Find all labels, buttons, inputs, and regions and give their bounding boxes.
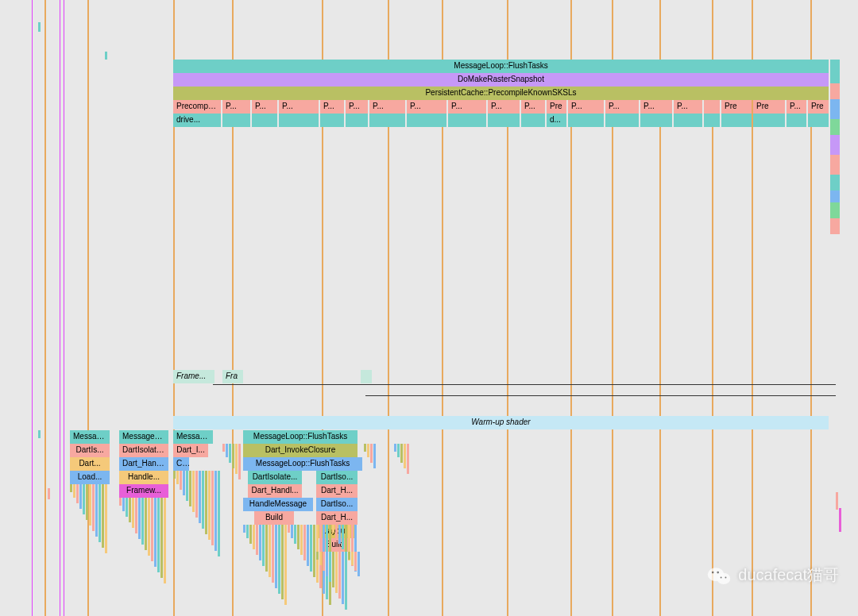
flame-child[interactable] bbox=[76, 484, 79, 503]
flame-child[interactable] bbox=[157, 498, 160, 572]
flame-child[interactable] bbox=[281, 525, 284, 599]
flame-event[interactable]: P... bbox=[674, 100, 702, 114]
flame-child[interactable] bbox=[394, 444, 396, 452]
flame-child[interactable] bbox=[89, 484, 91, 526]
flame-child[interactable] bbox=[235, 444, 238, 474]
flame-child[interactable] bbox=[265, 525, 268, 572]
event-tick[interactable] bbox=[839, 508, 841, 532]
flame-event[interactable]: Co bbox=[173, 457, 189, 471]
flame-child[interactable] bbox=[253, 525, 255, 549]
flame-event[interactable] bbox=[521, 114, 545, 127]
flame-event[interactable] bbox=[222, 114, 250, 127]
flame-child[interactable] bbox=[335, 552, 338, 593]
flame-event[interactable]: DartIsolate... bbox=[248, 471, 302, 484]
flame-child[interactable] bbox=[367, 444, 369, 457]
flame-event[interactable]: Precompil... bbox=[173, 100, 221, 114]
event-tick[interactable] bbox=[105, 52, 107, 60]
flame-child[interactable] bbox=[183, 471, 185, 495]
flame-event[interactable]: Dart_Handl... bbox=[119, 457, 168, 471]
flame-event[interactable]: P... bbox=[488, 100, 520, 114]
flame-event[interactable]: DartIs... bbox=[70, 444, 110, 457]
flame-event[interactable] bbox=[568, 114, 604, 127]
flame-event[interactable]: PersistentCache::PrecompileKnownSKSLs bbox=[173, 87, 829, 100]
flame-child[interactable] bbox=[199, 471, 201, 523]
flame-event[interactable] bbox=[488, 114, 520, 127]
flame-child[interactable] bbox=[232, 444, 234, 468]
flame-child[interactable] bbox=[160, 498, 163, 578]
flame-child[interactable] bbox=[332, 552, 334, 587]
flame-event[interactable]: P... bbox=[369, 100, 405, 114]
flame-event[interactable]: Load... bbox=[70, 471, 110, 484]
flame-child[interactable] bbox=[129, 498, 131, 522]
flame-child[interactable] bbox=[145, 498, 147, 550]
flame-event[interactable]: MessageLoop::FlushTasks bbox=[243, 430, 358, 444]
flame-event[interactable]: Dart_InvokeClosure bbox=[243, 444, 358, 457]
flame-child[interactable] bbox=[99, 484, 101, 542]
flame-event[interactable]: Pre bbox=[721, 100, 752, 114]
flame-child[interactable] bbox=[86, 484, 88, 520]
flame-event[interactable]: HandleMessage bbox=[243, 498, 313, 511]
flame-child[interactable] bbox=[291, 525, 293, 538]
flame-child[interactable] bbox=[275, 525, 277, 588]
flame-child[interactable] bbox=[335, 525, 338, 538]
flame-event[interactable]: MessageLoop::FlushTasks bbox=[243, 457, 362, 471]
flame-child[interactable] bbox=[119, 498, 122, 506]
flame-child[interactable] bbox=[407, 444, 409, 474]
flame-child[interactable] bbox=[259, 525, 261, 560]
flame-event[interactable]: P... bbox=[222, 100, 250, 114]
flame-event[interactable]: P... bbox=[568, 100, 604, 114]
flame-event[interactable]: Dart_Handl... bbox=[248, 484, 302, 498]
flame-child[interactable] bbox=[222, 444, 225, 452]
flame-event[interactable]: Pre bbox=[808, 100, 829, 114]
flame-event[interactable]: DoMakeRasterSnapshot bbox=[173, 73, 829, 87]
flame-child[interactable] bbox=[313, 525, 315, 577]
flame-child[interactable] bbox=[246, 525, 249, 538]
flame-child[interactable] bbox=[132, 498, 134, 528]
flame-child[interactable] bbox=[92, 484, 95, 531]
flame-child[interactable] bbox=[249, 525, 252, 544]
flame-child[interactable] bbox=[342, 552, 344, 604]
flame-child[interactable] bbox=[300, 525, 303, 555]
flame-child[interactable] bbox=[364, 444, 366, 452]
flame-child[interactable] bbox=[70, 484, 72, 492]
flame-child[interactable] bbox=[154, 498, 157, 567]
flame-child[interactable] bbox=[208, 471, 211, 540]
flame-event[interactable] bbox=[640, 114, 672, 127]
flame-child[interactable] bbox=[202, 471, 204, 529]
flame-event[interactable]: P... bbox=[605, 100, 639, 114]
flame-event[interactable]: MessageLoop::FlushTasks bbox=[173, 60, 829, 73]
flame-child[interactable] bbox=[214, 471, 217, 551]
flame-event[interactable]: DartIso... bbox=[316, 498, 358, 511]
flame-child[interactable] bbox=[83, 484, 85, 514]
flame-event[interactable] bbox=[605, 114, 639, 127]
flame-child[interactable] bbox=[269, 525, 271, 577]
flame-child[interactable] bbox=[262, 525, 265, 566]
frame-event[interactable]: Fra bbox=[222, 370, 243, 383]
flame-child[interactable] bbox=[297, 525, 300, 549]
flame-child[interactable] bbox=[307, 525, 309, 566]
flame-event[interactable]: P... bbox=[640, 100, 672, 114]
flame-event[interactable]: P... bbox=[252, 100, 277, 114]
flame-child[interactable] bbox=[358, 552, 360, 576]
flame-child[interactable] bbox=[348, 552, 350, 560]
flame-event[interactable]: MessageLo... bbox=[119, 430, 168, 444]
flame-event[interactable] bbox=[346, 114, 368, 127]
flame-child[interactable] bbox=[338, 525, 341, 544]
event-tick[interactable] bbox=[38, 22, 41, 32]
flame-event[interactable] bbox=[674, 114, 702, 127]
flame-event[interactable] bbox=[704, 114, 720, 127]
flame-child[interactable] bbox=[342, 525, 344, 549]
flame-event[interactable] bbox=[721, 114, 752, 127]
flame-child[interactable] bbox=[151, 498, 153, 561]
flame-event[interactable]: Pre bbox=[753, 100, 785, 114]
flame-event[interactable]: d... bbox=[547, 114, 566, 127]
flame-child[interactable] bbox=[284, 525, 287, 605]
flame-child[interactable] bbox=[397, 444, 400, 457]
flame-child[interactable] bbox=[338, 552, 341, 599]
flame-child[interactable] bbox=[126, 498, 128, 517]
flame-child[interactable] bbox=[288, 525, 290, 533]
flame-child[interactable] bbox=[319, 552, 322, 565]
flame-event[interactable]: Messag... bbox=[173, 430, 213, 444]
flame-child[interactable] bbox=[345, 525, 347, 555]
flame-child[interactable] bbox=[164, 498, 166, 583]
